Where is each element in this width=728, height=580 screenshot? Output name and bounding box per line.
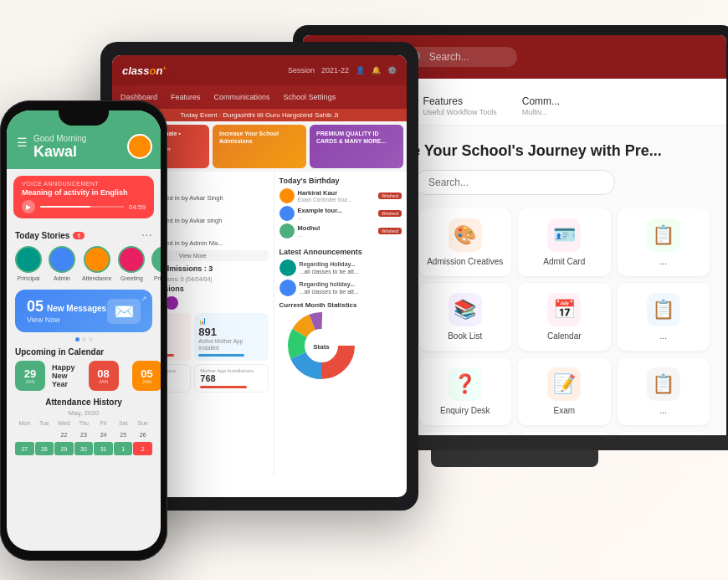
- nav-comm[interactable]: Comm... Multiv...: [522, 89, 560, 125]
- tablet-banner-3: PREMIUM QUALITY ID CARDS & MANY MORE...: [310, 125, 403, 168]
- announce-title-1: Regarding Holiday...: [300, 260, 359, 268]
- birthday-av-1: [279, 188, 295, 203]
- wish-btn-1[interactable]: Wished: [378, 192, 402, 199]
- banner-2-title: Increase Your School Admissions: [219, 130, 300, 145]
- stat-label-2: Active Mother App Installed: [198, 338, 264, 352]
- day-fri: Fri: [94, 420, 113, 426]
- story-label-5: Principal: [154, 275, 161, 281]
- stat-card-2: 📊 891 Active Mother App Installed: [194, 313, 268, 361]
- story-label-1: Principal: [18, 275, 40, 281]
- wish-btn-2[interactable]: Wished: [378, 210, 402, 217]
- tab-nav-features[interactable]: Features: [171, 93, 201, 101]
- wish-btn-3[interactable]: Wished: [378, 228, 402, 234]
- event-badge-1: 29 Jan: [15, 361, 45, 391]
- announce-av-2: [279, 280, 296, 296]
- announce-text-1: Regarding Holiday... ...all classes to b…: [300, 260, 359, 275]
- ann-player: ▶ 04:59: [22, 200, 146, 213]
- play-button[interactable]: ▶: [22, 200, 35, 213]
- birthday-role-1: Exam Controller tour...: [298, 197, 375, 203]
- tab-nav-settings[interactable]: School Settings: [284, 93, 336, 101]
- features-search-input[interactable]: [414, 170, 615, 195]
- birthday-item-3: Modhul ... Wished: [279, 223, 402, 239]
- event-name-1: Happy New Year: [52, 363, 75, 388]
- cell-empty-1: [15, 428, 34, 441]
- birthday-info-1: Harkirat Kaur Exam Controller tour...: [298, 189, 375, 203]
- admission-icon: 🎨: [449, 218, 482, 252]
- cell-22: 22: [54, 428, 74, 441]
- messages-count-row: 05 New Messages: [27, 298, 106, 316]
- cell-28: 28: [35, 442, 54, 455]
- phone-outer: ☰ Good Morning Kawal Voice Announcement …: [0, 100, 167, 561]
- messages-card[interactable]: 05 New Messages View Now ✉️ ↗: [15, 290, 152, 332]
- birthday-name-2: Example tour...: [298, 207, 375, 214]
- feature-gallery[interactable]: 🖼️ Gallery: [518, 432, 611, 435]
- messages-label: New Messages: [47, 304, 106, 313]
- nav-features[interactable]: Features Useful Workflow Tools: [423, 89, 497, 125]
- messages-left: 05 New Messages View Now: [27, 298, 106, 324]
- birthday-av-2: [279, 206, 295, 221]
- desktop-base: [431, 450, 598, 467]
- settings-icon[interactable]: ⚙️: [387, 66, 397, 74]
- feature-extra4[interactable]: 📋 ...: [618, 432, 710, 435]
- story-av-5: [151, 246, 161, 273]
- story-3[interactable]: Attendance: [82, 246, 111, 281]
- story-2[interactable]: Admin: [49, 246, 75, 281]
- arrow-icon: ↗: [141, 295, 147, 303]
- extra3-icon: 📋: [647, 367, 680, 401]
- progress-bar: [40, 206, 124, 208]
- story-label-2: Admin: [54, 275, 70, 281]
- feature-calendar[interactable]: 📅 Calendar: [518, 283, 611, 351]
- story-4[interactable]: Greeting: [118, 246, 145, 281]
- feature-exam[interactable]: 📝 Exam: [518, 357, 611, 425]
- story-av-3: [84, 246, 110, 273]
- feature-datesheet[interactable]: 📊 Datesheet: [419, 432, 512, 435]
- mother-installs-number: 768: [200, 373, 262, 383]
- pie-chart: Stats: [279, 312, 380, 379]
- messages-view-now[interactable]: View Now: [27, 316, 106, 324]
- day-sun: Sun: [133, 420, 152, 426]
- day-tue: Tue: [35, 420, 54, 426]
- story-1[interactable]: Principal: [15, 246, 42, 281]
- day-thu: Thu: [74, 420, 94, 426]
- cell-24: 24: [94, 428, 113, 441]
- announce-title-2: Regarding holiday...: [300, 280, 359, 288]
- tablet-banner-2: Increase Your School Admissions: [213, 125, 306, 168]
- att-subtitle: May, 2020: [15, 409, 152, 417]
- spacer: [279, 241, 402, 248]
- enquiry-icon: ❓: [449, 367, 482, 401]
- att-title: Attendance History: [15, 398, 152, 407]
- event-month-1: Jan: [25, 379, 34, 384]
- today-stories-section: Today Stories 6 ··· Principal Admin: [7, 225, 161, 285]
- announce-text-2: Regarding holiday... ...all classes to b…: [300, 280, 359, 295]
- feature-extra2[interactable]: 📋 ...: [618, 283, 710, 351]
- feature-enquiry[interactable]: ❓ Enquiry Desk: [419, 357, 512, 425]
- tablet-header-right: Session 2021-22 👤 🔔 ⚙️: [288, 66, 397, 74]
- admit-card-icon: 🪪: [547, 218, 581, 252]
- book-list-label: Book List: [426, 331, 505, 341]
- feature-extra3[interactable]: 📋 ...: [618, 357, 710, 425]
- feature-extra1[interactable]: 📋 ...: [618, 208, 710, 276]
- story-5[interactable]: Principal: [151, 246, 161, 281]
- exam-icon: 📝: [547, 367, 581, 401]
- mother-installs-bar: [200, 386, 247, 388]
- pie-chart-title: Current Month Statistics: [279, 301, 402, 309]
- upcoming-events: 29 Jan Happy New Year 08 Jan 05 Jan: [15, 361, 152, 391]
- stories-more[interactable]: ···: [141, 228, 152, 242]
- feature-book-list[interactable]: 📚 Book List: [419, 283, 512, 351]
- tab-nav-communications[interactable]: Communications: [214, 93, 270, 101]
- stories-title: Today Stories: [15, 231, 69, 240]
- event-badge-3: 05 Jan: [132, 361, 161, 391]
- stories-header: Today Stories 6 ···: [15, 228, 152, 242]
- cell-31: 31: [94, 442, 113, 455]
- year-label: 2021-22: [321, 66, 349, 74]
- feature-admit-card[interactable]: 🪪 Admit Card: [518, 208, 611, 276]
- tablet-logo: classon+: [122, 64, 167, 77]
- phone-avatar[interactable]: [127, 134, 152, 159]
- birthday-role-3: ...: [298, 232, 375, 238]
- feature-admission[interactable]: 🎨 Admission Creatives: [419, 208, 512, 276]
- menu-icon[interactable]: ☰: [17, 136, 28, 149]
- bell-icon[interactable]: 🔔: [372, 66, 381, 74]
- enquiry-label: Enquiry Desk: [426, 406, 505, 415]
- event-day-1: 29: [24, 368, 36, 379]
- cell-2: 2: [133, 442, 152, 455]
